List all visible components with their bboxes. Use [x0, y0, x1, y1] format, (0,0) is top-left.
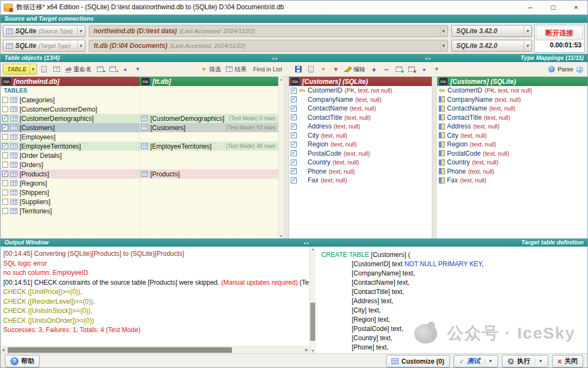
scroll-up-icon[interactable]: ▲	[279, 77, 284, 81]
remove-column-button[interactable]: −	[381, 63, 392, 75]
table-row[interactable]: [Categories]	[1, 95, 278, 105]
column-checkbox[interactable]	[291, 132, 297, 138]
target-db-field[interactable]: tt.db (D:\04 Documents) (Last Accessed: …	[89, 40, 448, 52]
output-log[interactable]: [00:14:45] Converting (SQLite)[Products]…	[1, 247, 309, 346]
column-down-button[interactable]: ▼	[431, 63, 442, 75]
column-checkbox[interactable]	[291, 114, 297, 120]
source-version-combo[interactable]: SQLite 3.42.0 ▾	[451, 25, 532, 37]
source-db-column-header[interactable]: SQL [northwind.db]	[1, 77, 139, 86]
scrollbar-thumb[interactable]	[8, 347, 232, 353]
table-row[interactable]: [Products][Products]	[1, 169, 278, 179]
column-row[interactable]: City(text, null)	[437, 131, 587, 140]
output-scrollbar[interactable]: ▲ ▼	[309, 247, 316, 353]
globe-icon[interactable]	[576, 66, 583, 73]
table-checkbox[interactable]	[2, 171, 8, 177]
column-checkbox[interactable]	[291, 96, 297, 102]
column-row[interactable]: PostalCode(text, null)	[289, 149, 432, 158]
column-row[interactable]: Phone(text, null)	[437, 167, 587, 176]
target-db-column-header[interactable]: SQL [tt.db]	[139, 77, 278, 86]
column-checkbox[interactable]	[291, 142, 297, 148]
column-row[interactable]: Country(text, null)	[289, 158, 432, 167]
table-checkbox[interactable]	[2, 208, 8, 214]
scroll-up-icon[interactable]: ▲	[310, 247, 316, 251]
column-row[interactable]: Fax(text, null)	[437, 176, 587, 185]
table-row[interactable]: [CustomerCustomerDemo]	[1, 105, 278, 114]
chevron-down-icon[interactable]: ▾	[440, 26, 446, 36]
close-button[interactable]: ×	[565, 1, 587, 15]
table-row[interactable]: [Suppliers]	[1, 197, 278, 206]
close-app-button[interactable]: × 关闭	[552, 355, 583, 367]
collapse-arrows-icon[interactable]: ◂▸	[272, 54, 279, 63]
scroll-down-icon[interactable]: ▼	[310, 349, 316, 353]
table-checkbox[interactable]	[2, 143, 8, 149]
column-row[interactable]: ContactTitle(text, null)	[437, 113, 587, 122]
chevron-down-icon[interactable]: ▾	[524, 41, 530, 51]
column-checkbox[interactable]	[291, 168, 297, 174]
chevron-down-icon[interactable]: ▾	[440, 41, 446, 51]
minimize-button[interactable]: –	[519, 1, 542, 15]
panel-splitter[interactable]	[284, 77, 289, 238]
table-checkbox[interactable]	[2, 97, 8, 103]
clear-filter-button[interactable]: ▼	[330, 63, 341, 75]
table-checkbox[interactable]	[2, 152, 8, 158]
column-row[interactable]: Address(text, null)	[437, 122, 587, 131]
delete-column-button[interactable]	[406, 63, 417, 75]
column-row[interactable]: CompanyName(text, null)	[437, 95, 587, 105]
table-row[interactable]: [CustomerDemographics][CustomerDemograph…	[1, 114, 278, 123]
column-checkbox[interactable]	[291, 160, 297, 165]
result-button[interactable]: 结果	[224, 63, 248, 75]
script-button[interactable]	[305, 63, 316, 75]
data-grid-icon[interactable]	[51, 63, 62, 75]
column-row[interactable]: Region(text, null)	[437, 140, 587, 149]
column-row[interactable]: ContactName(text, null)	[289, 104, 432, 113]
column-checkbox[interactable]	[291, 177, 297, 183]
column-row[interactable]: CustomerID(PK, text, not null)	[289, 86, 432, 95]
save-button[interactable]	[293, 63, 304, 75]
chevron-down-icon[interactable]: ▼	[535, 359, 543, 364]
target-type-combo[interactable]: SQLite (Target Type) ▾	[3, 40, 85, 52]
unmap-tables-button[interactable]	[107, 63, 118, 75]
move-up-button[interactable]: ▲	[120, 63, 131, 75]
table-row[interactable]: [Regions]	[1, 179, 278, 188]
source-type-combo[interactable]: SQLite (Source Type) ▾	[3, 25, 85, 37]
filter-button[interactable]: ▼筛选	[199, 63, 223, 75]
scroll-right-icon[interactable]: ▶	[305, 348, 308, 352]
table-checkbox[interactable]	[2, 115, 8, 121]
maximize-button[interactable]: □	[542, 1, 565, 15]
table-checkbox[interactable]	[2, 199, 8, 205]
column-row[interactable]: Phone(text, null)	[289, 167, 432, 176]
column-row[interactable]: ContactName(text, null)	[437, 104, 587, 113]
table-list-scrollbar[interactable]: ▲ ▼	[278, 77, 284, 238]
table-checkbox[interactable]	[2, 134, 8, 140]
target-version-combo[interactable]: SQLite 3.42.0 ▾	[451, 40, 532, 52]
source-db-field[interactable]: northwind.db (D:\test data) (Last Access…	[89, 25, 448, 37]
column-checkbox[interactable]	[291, 150, 297, 156]
rename-button[interactable]: ab重命名	[64, 63, 93, 75]
table-checkbox[interactable]	[2, 106, 8, 112]
table-row[interactable]: [Employees]	[1, 132, 278, 142]
report-icon[interactable]	[39, 63, 50, 75]
add-column-button[interactable]: +	[369, 63, 379, 75]
panel-splitter[interactable]	[432, 77, 437, 238]
parse-label[interactable]: Parse	[558, 66, 573, 72]
chevron-down-icon[interactable]: ▾	[29, 64, 36, 74]
find-in-list-label[interactable]: Find in List	[253, 66, 282, 72]
column-row[interactable]: CustomerID(PK, text, not null)	[437, 86, 587, 95]
column-checkbox[interactable]	[291, 106, 297, 112]
table-row[interactable]: [Orders]	[1, 160, 278, 169]
collapse-arrows-icon[interactable]: ◂▸	[425, 54, 432, 63]
table-row[interactable]: [Territories]	[1, 206, 278, 216]
scroll-down-icon[interactable]: ▼	[279, 234, 284, 238]
source-columns-header[interactable]: SQL [Customers] (SQLite)	[289, 77, 432, 86]
column-row[interactable]: PostalCode(text, null)	[437, 149, 587, 158]
scrollbar-thumb[interactable]	[310, 303, 315, 341]
map-tables-button[interactable]	[95, 63, 106, 75]
insert-column-button[interactable]	[394, 63, 405, 75]
filter-columns-button[interactable]: ▼	[318, 63, 329, 75]
table-checkbox[interactable]	[2, 125, 8, 131]
customize-button[interactable]: Customize (0)	[386, 355, 450, 367]
object-type-combo[interactable]: TABLE ▾	[3, 64, 37, 75]
table-row[interactable]: [Shippers]	[1, 188, 278, 197]
column-checkbox[interactable]	[291, 124, 297, 130]
table-row[interactable]: [Customers][Customers](Test Mode) 93 row…	[1, 123, 278, 132]
